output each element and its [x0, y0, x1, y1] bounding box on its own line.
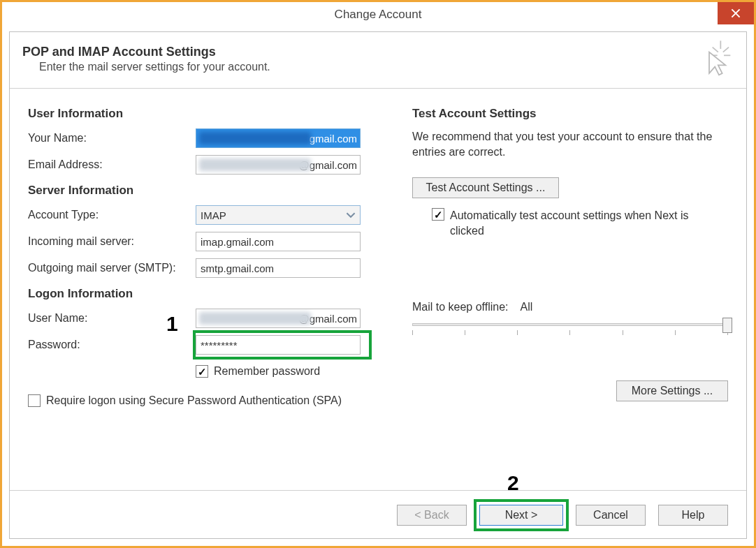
test-description: We recommend that you test your account …	[412, 129, 728, 159]
dialog-body: User Information Your Name: gmail.com Em…	[10, 89, 746, 490]
slider-ticks	[412, 330, 728, 335]
section-test: Test Account Settings	[412, 107, 728, 121]
slider-track	[412, 323, 728, 326]
label-email: Email Address:	[28, 158, 196, 171]
incoming-server-field[interactable]	[196, 232, 361, 251]
label-auto-test: Automatically test account settings when…	[450, 208, 702, 238]
dialog-header: POP and IMAP Account Settings Enter the …	[10, 32, 746, 89]
test-account-settings-button[interactable]: Test Account Settings ...	[412, 177, 559, 198]
label-outgoing: Outgoing mail server (SMTP):	[28, 262, 196, 274]
svg-line-3	[713, 47, 718, 52]
cancel-button[interactable]: Cancel	[576, 505, 646, 526]
email-field[interactable]: @gmail.com	[196, 155, 361, 175]
change-account-window: Change Account POP and IMAP Account Sett…	[0, 0, 756, 548]
label-account-type: Account Type:	[28, 209, 196, 221]
auto-test-checkbox[interactable]	[432, 208, 444, 221]
password-field[interactable]	[196, 335, 361, 355]
titlebar: Change Account	[2, 2, 754, 27]
label-mail-offline: Mail to keep offline:	[412, 301, 509, 313]
section-user-info: User Information	[28, 107, 384, 121]
mail-offline-value: All	[520, 301, 532, 313]
next-button[interactable]: Next >	[479, 505, 563, 526]
page-subtitle: Enter the mail server settings for your …	[39, 61, 270, 73]
remember-password-checkbox[interactable]	[196, 365, 208, 378]
window-title: Change Account	[335, 8, 422, 22]
help-button[interactable]: Help	[658, 505, 728, 526]
label-spa: Require logon using Secure Password Auth…	[46, 394, 342, 407]
label-password: Password:	[28, 339, 196, 351]
section-logon-info: Logon Information	[28, 287, 384, 301]
more-settings-button[interactable]: More Settings ...	[616, 380, 728, 401]
mail-offline-slider[interactable]	[412, 316, 728, 339]
back-button[interactable]: < Back	[397, 505, 467, 526]
dialog-footer: 2 < Back Next > Cancel Help	[10, 490, 746, 538]
account-type-value: IMAP	[201, 209, 226, 221]
annotation-number-2: 2	[507, 471, 519, 495]
annotation-number-1: 1	[166, 312, 178, 336]
close-icon	[731, 8, 741, 18]
your-name-field[interactable]: gmail.com	[196, 128, 361, 148]
account-type-select: IMAP	[196, 205, 361, 225]
left-column: User Information Your Name: gmail.com Em…	[28, 104, 384, 490]
outgoing-server-field[interactable]	[196, 258, 361, 278]
slider-thumb[interactable]	[722, 318, 732, 333]
label-your-name: Your Name:	[28, 132, 196, 145]
section-server-info: Server Information	[28, 184, 384, 198]
right-column: Test Account Settings We recommend that …	[384, 104, 728, 490]
your-name-suffix: gmail.com	[310, 133, 357, 145]
svg-line-4	[723, 47, 729, 52]
user-name-field[interactable]: @gmail.com	[196, 309, 361, 328]
cursor-sparkle-icon	[695, 39, 734, 78]
chevron-down-icon	[346, 210, 356, 220]
close-button[interactable]	[718, 2, 754, 24]
label-remember: Remember password	[214, 365, 320, 378]
spa-checkbox[interactable]	[28, 394, 41, 407]
page-title: POP and IMAP Account Settings	[22, 45, 270, 59]
dialog-inner: POP and IMAP Account Settings Enter the …	[9, 31, 747, 539]
label-incoming: Incoming mail server:	[28, 235, 196, 248]
